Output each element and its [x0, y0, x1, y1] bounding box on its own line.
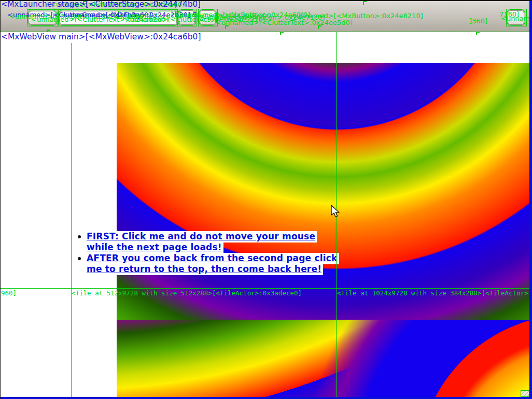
debug-corner-mark — [280, 32, 284, 35]
debug-label: <MxLauncher stage>[<ClutterStage>:0x2447… — [1, 0, 201, 9]
debug-corner-mark — [476, 32, 480, 35]
clutter-stage: FIRST: Click me and do not move your mou… — [0, 0, 532, 399]
webview-content — [0, 32, 530, 397]
debug-label: ]360] — [469, 18, 487, 25]
debug-line-tile-h1 — [0, 288, 530, 289]
debug-label: <unnamed>[<ClutterText>:0x24ee5d0] — [216, 19, 353, 27]
page-link-1-line-2[interactable]: while the next page loads! — [86, 242, 223, 253]
window-edge-top — [0, 0, 532, 1]
list-bullet — [78, 257, 81, 260]
debug-label: 960] — [1, 290, 17, 297]
debug-label: <Tile at 1024x9728 with size 384x288>[<T… — [337, 290, 532, 297]
debug-label: <MxWebView main>[<MxWebView>:0x24ca6b0] — [1, 32, 203, 43]
rainbow-gradient-lower — [117, 320, 530, 399]
page-link-1-line-1[interactable]: FIRST: Click me and do not move your mou… — [86, 231, 317, 243]
debug-corner-mark — [363, 1, 367, 5]
window-edge-right — [529, 0, 532, 399]
rainbow-gradient-upper — [117, 63, 530, 320]
list-bullet — [78, 235, 81, 238]
page-link-2-line-2[interactable]: me to return to the top, then come back … — [86, 264, 323, 275]
debug-label: <unnamed>[<MxButton>:0x — [501, 15, 532, 23]
debug-label: <unnamed>[<MxButton>:0x24e8210] — [290, 12, 423, 20]
window-edge-bottom — [0, 397, 532, 399]
page-link-2-line-1[interactable]: AFTER you come back from the second page… — [86, 253, 339, 264]
window-edge-left — [0, 0, 1, 399]
debug-label: <Tile at 512x9728 with size 512x288>[<Ti… — [72, 290, 302, 297]
mouse-cursor-icon — [331, 205, 341, 221]
resize-grip[interactable] — [521, 390, 529, 397]
debug-line-tile-v1 — [71, 32, 72, 397]
